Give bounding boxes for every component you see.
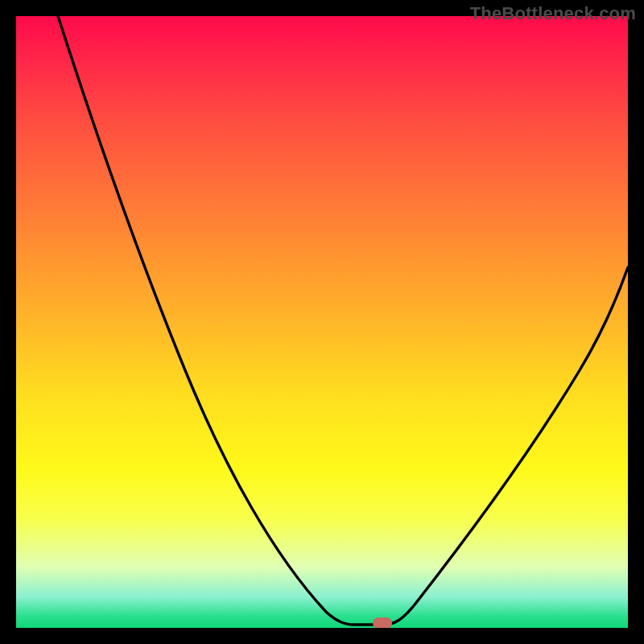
curve-path [58, 16, 628, 625]
chart-frame: TheBottleneck.com [0, 0, 644, 644]
plot-area [16, 16, 628, 628]
bottleneck-curve [16, 16, 628, 628]
optimal-marker [373, 617, 392, 628]
watermark-text: TheBottleneck.com [470, 3, 636, 24]
